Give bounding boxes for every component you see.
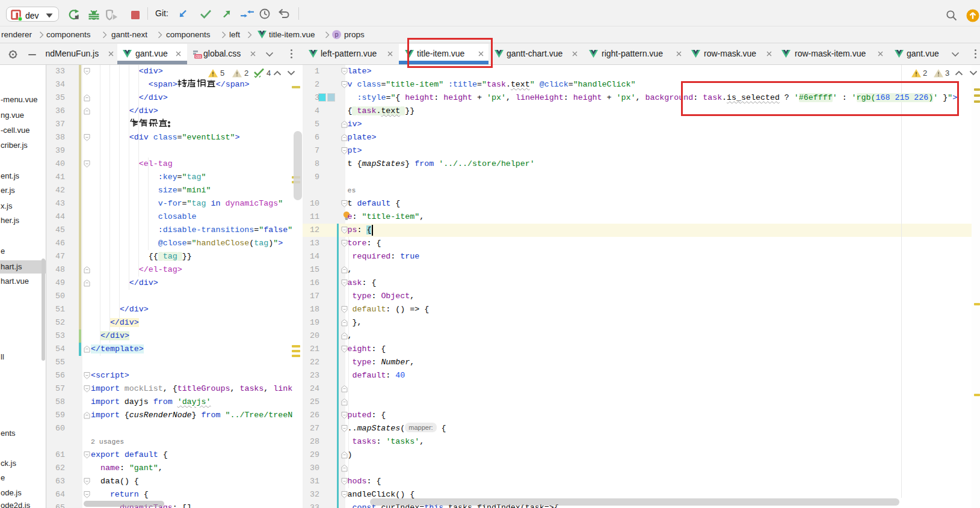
svg-text:css: css (196, 54, 202, 58)
